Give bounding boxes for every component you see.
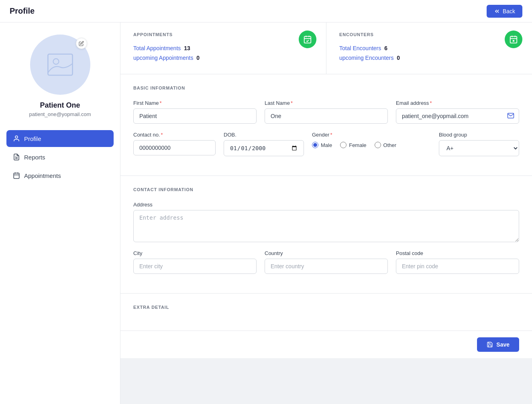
extra-detail-section: EXTRA DETAIL <box>120 294 532 331</box>
email-input[interactable] <box>396 108 519 124</box>
dob-group: DOB. <box>224 132 304 156</box>
total-encounters-label: Total Encounters <box>339 45 381 51</box>
gender-other-text: Other <box>383 142 397 148</box>
email-icon <box>507 112 514 120</box>
postal-input[interactable] <box>396 259 519 274</box>
sidebar: Patient One patient_one@yopmail.com Prof… <box>0 22 120 404</box>
patient-email: patient_one@yopmail.com <box>29 111 91 117</box>
first-name-label: First Name* <box>133 100 257 106</box>
last-name-label: Last Name* <box>265 100 388 106</box>
svg-rect-5 <box>14 173 19 179</box>
appointments-icon-button[interactable] <box>299 31 316 48</box>
basic-info-title: BASIC INFORMATION <box>133 86 519 90</box>
upcoming-appointments-label: upcoming Appointments <box>133 55 193 61</box>
address-input[interactable] <box>133 210 519 242</box>
city-country-postal-row: City Country Postal code <box>133 250 519 274</box>
total-encounters-link[interactable]: Total Encounters 6 <box>339 45 519 51</box>
appointments-stat-card: APPOINTMENTS Total Appointments 13 upc <box>120 22 326 74</box>
svg-rect-9 <box>304 37 311 43</box>
gender-options: Male Female Other <box>312 142 431 148</box>
blood-group-select[interactable]: A+ A- B+ B- O+ O- AB+ AB- <box>439 140 519 156</box>
city-input[interactable] <box>133 259 257 274</box>
sidebar-item-profile[interactable]: Profile <box>6 130 114 147</box>
gender-group: Gender* Male Female Other <box>312 132 431 156</box>
edit-avatar-button[interactable] <box>76 38 87 49</box>
total-encounters-count: 6 <box>384 45 387 51</box>
svg-point-1 <box>53 59 59 64</box>
upcoming-appointments-count: 0 <box>196 55 200 61</box>
address-label: Address <box>133 202 519 208</box>
gender-male-text: Male <box>321 142 332 148</box>
user-icon <box>13 135 20 142</box>
email-label: Email address* <box>396 100 519 106</box>
top-header: Profile Back <box>0 0 532 22</box>
content-area: APPOINTMENTS Total Appointments 13 upc <box>120 22 532 404</box>
email-group: Email address* <box>396 100 519 124</box>
sidebar-item-reports[interactable]: Reports <box>6 149 114 165</box>
svg-rect-13 <box>510 37 517 43</box>
save-icon <box>487 341 493 348</box>
gender-other-radio[interactable] <box>375 142 381 148</box>
svg-point-2 <box>15 136 18 138</box>
dob-label: DOB. <box>224 132 304 138</box>
last-name-group: Last Name* <box>265 100 388 124</box>
sidebar-profile-label: Profile <box>24 135 41 142</box>
contact-dob-gender-row: Contact no.* DOB. Gender* Male <box>133 132 519 156</box>
back-label: Back <box>503 8 515 14</box>
upcoming-encounters-label: upcoming Encounters <box>339 55 393 61</box>
avatar-container <box>30 35 90 95</box>
dob-input[interactable] <box>224 140 304 156</box>
gender-female-label[interactable]: Female <box>340 142 366 148</box>
address-group: Address <box>133 202 519 242</box>
gender-female-text: Female <box>349 142 366 148</box>
last-name-input[interactable] <box>265 108 388 124</box>
city-label: City <box>133 250 257 256</box>
patient-name: Patient One <box>40 101 80 110</box>
country-label: Country <box>265 250 388 256</box>
contact-input[interactable] <box>133 140 216 155</box>
postal-group: Postal code <box>396 250 519 274</box>
calendar-check-icon <box>303 35 312 44</box>
pencil-icon <box>79 41 84 46</box>
gender-female-radio[interactable] <box>340 142 347 148</box>
svg-rect-0 <box>48 54 72 75</box>
name-email-row: First Name* Last Name* Email address* <box>133 100 519 124</box>
gender-label: Gender* <box>312 132 431 138</box>
upcoming-encounters-link[interactable]: upcoming Encounters 0 <box>339 55 519 61</box>
total-appointments-count: 13 <box>184 45 190 51</box>
chevrons-left-icon <box>494 8 500 14</box>
first-name-input[interactable] <box>133 108 257 124</box>
avatar-image-icon <box>46 51 74 79</box>
upcoming-appointments-link[interactable]: upcoming Appointments 0 <box>133 55 313 61</box>
contact-label: Contact no.* <box>133 132 216 138</box>
save-button-row: Save <box>120 331 532 358</box>
stats-row: APPOINTMENTS Total Appointments 13 upc <box>120 22 532 74</box>
save-button[interactable]: Save <box>477 337 519 352</box>
contact-info-title: CONTACT INFORMATION <box>133 187 519 192</box>
save-label: Save <box>496 341 510 348</box>
first-name-group: First Name* <box>133 100 257 124</box>
contact-group: Contact no.* <box>133 132 216 156</box>
contact-info-section: CONTACT INFORMATION Address City Country… <box>120 176 532 294</box>
city-group: City <box>133 250 257 274</box>
back-button[interactable]: Back <box>487 5 522 18</box>
encounters-section-label: ENCOUNTERS <box>339 32 519 37</box>
gender-male-label[interactable]: Male <box>312 142 332 148</box>
total-appointments-label: Total Appointments <box>133 45 181 51</box>
total-appointments-link[interactable]: Total Appointments 13 <box>133 45 313 51</box>
blood-group-label: Blood group <box>439 132 519 138</box>
blood-group-group: Blood group A+ A- B+ B- O+ O- AB+ AB- <box>439 132 519 156</box>
gender-male-radio[interactable] <box>312 142 318 148</box>
appointments-section-label: APPOINTMENTS <box>133 32 313 37</box>
main-layout: Patient One patient_one@yopmail.com Prof… <box>0 22 532 404</box>
gender-other-label[interactable]: Other <box>375 142 397 148</box>
extra-detail-title: EXTRA DETAIL <box>133 305 519 310</box>
sidebar-reports-label: Reports <box>24 154 45 161</box>
calendar-icon <box>13 172 20 179</box>
email-input-wrapper <box>396 108 519 124</box>
encounters-icon-button[interactable] <box>505 31 522 48</box>
sidebar-item-appointments[interactable]: Appointments <box>6 167 114 184</box>
country-input[interactable] <box>265 259 388 274</box>
country-group: Country <box>265 250 388 274</box>
encounters-stat-card: ENCOUNTERS Total Encounters 6 <box>326 22 532 74</box>
